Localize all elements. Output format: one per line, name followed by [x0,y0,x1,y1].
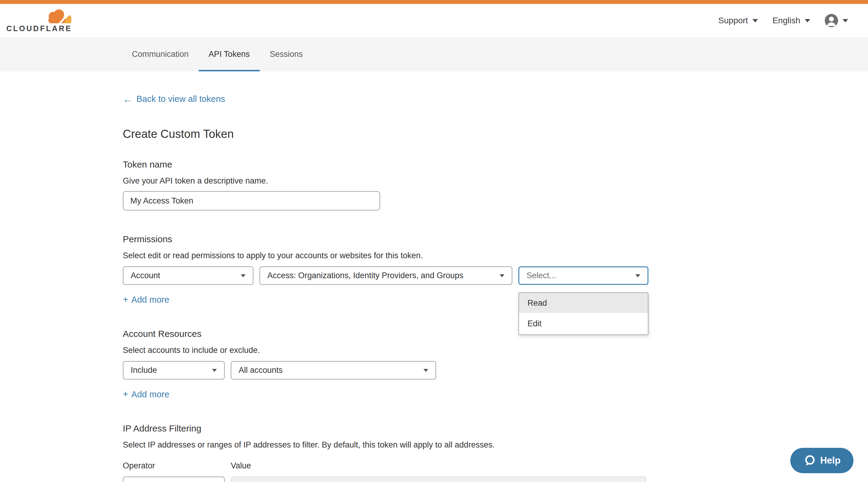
brand-accent-bar [0,0,868,4]
add-more-label: Add more [131,389,169,399]
chevron-down-icon [636,274,640,277]
back-to-tokens-link[interactable]: ← Back to view all tokens [123,94,225,104]
cloudflare-logo: CLOUDFLARE [6,8,72,33]
accounts-select[interactable]: All accounts [231,361,436,380]
header-right-nav: Support English [718,14,868,27]
permission-access-select[interactable]: Select... [518,266,648,285]
permissions-heading: Permissions [123,234,868,244]
ip-filtering-row: Select... [123,477,868,482]
chevron-down-icon [805,19,810,22]
plus-icon: + [123,389,128,400]
account-resources-heading: Account Resources [123,329,868,339]
permissions-row: Account Access: Organizations, Identity … [123,266,868,285]
chat-bubble-icon [803,454,816,467]
language-menu[interactable]: English [772,16,810,25]
token-name-input[interactable] [123,191,380,211]
header: CLOUDFLARE Support English [0,4,868,37]
cloudflare-logo-text: CLOUDFLARE [6,24,72,33]
operator-label: Operator [123,461,225,471]
language-menu-label: English [772,16,800,25]
permission-access-select-wrap: Select... Read Edit [518,266,648,285]
account-resources-description: Select accounts to include or exclude. [123,346,868,355]
support-menu-label: Support [718,16,748,25]
chevron-down-icon [752,19,758,22]
permission-category-value: Account [131,271,160,280]
user-avatar-icon [825,14,838,27]
ip-filtering-heading: IP Address Filtering [123,423,868,433]
ip-value-input[interactable] [231,477,646,482]
tab-communication[interactable]: Communication [122,37,199,71]
tab-label: Sessions [270,50,303,59]
access-dropdown-menu: Read Edit [518,292,648,335]
token-name-description: Give your API token a descriptive name. [123,176,868,186]
tab-api-tokens[interactable]: API Tokens [199,37,260,71]
permissions-description: Select edit or read permissions to apply… [123,251,868,260]
ip-filtering-labels: Operator Value [123,461,868,471]
left-arrow-icon: ← [123,94,132,104]
support-menu[interactable]: Support [718,16,758,25]
token-name-heading: Token name [123,159,868,170]
main-content: ← Back to view all tokens Create Custom … [0,71,868,482]
permission-category-select[interactable]: Account [123,266,253,285]
chevron-down-icon [241,274,246,277]
cloudflare-cloud-icon [42,8,72,23]
permissions-section: Permissions Select edit or read permissi… [123,234,868,305]
chevron-down-icon [424,369,428,372]
help-button[interactable]: Help [790,448,854,473]
plus-icon: + [123,294,128,305]
account-resources-section: Account Resources Select accounts to inc… [123,329,868,400]
back-link-label: Back to view all tokens [136,94,225,104]
account-resources-row: Include All accounts [123,361,868,380]
permission-group-select[interactable]: Access: Organizations, Identity Provider… [259,266,512,285]
tab-label: API Tokens [209,50,250,59]
permissions-add-more-link[interactable]: + Add more [123,294,169,305]
chevron-down-icon [843,19,848,22]
page-title: Create Custom Token [123,128,868,140]
permission-group-value: Access: Organizations, Identity Provider… [267,271,463,280]
account-menu[interactable] [825,14,848,27]
include-exclude-select[interactable]: Include [123,361,225,380]
token-name-section: Token name Give your API token a descrip… [123,159,868,211]
profile-tab-bar: Communication API Tokens Sessions [0,37,868,71]
chevron-down-icon [212,369,217,372]
chevron-down-icon [500,274,504,277]
account-resources-add-more-link[interactable]: + Add more [123,389,169,400]
value-label: Value [231,461,251,471]
add-more-label: Add more [131,295,169,305]
tab-label: Communication [132,50,189,59]
dropdown-option-read[interactable]: Read [519,293,648,313]
tab-sessions[interactable]: Sessions [260,37,313,71]
accounts-value: All accounts [239,365,283,375]
ip-filtering-section: IP Address Filtering Select IP addresses… [123,423,868,482]
operator-select[interactable]: Select... [123,477,225,482]
include-exclude-value: Include [131,365,157,375]
help-button-label: Help [820,455,840,466]
dropdown-option-edit[interactable]: Edit [519,313,648,334]
permission-access-placeholder: Select... [527,271,556,280]
ip-filtering-description: Select IP addresses or ranges of IP addr… [123,440,868,450]
